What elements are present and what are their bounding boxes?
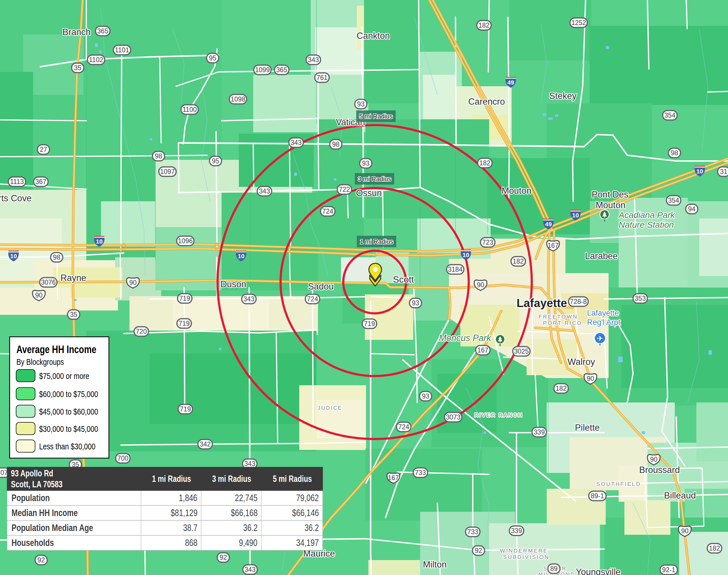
svg-text:354: 354 <box>664 111 676 119</box>
svg-text:342: 342 <box>200 440 211 448</box>
svg-text:728-8: 728-8 <box>570 298 587 305</box>
svg-text:182: 182 <box>479 159 490 167</box>
svg-text:Ossun: Ossun <box>356 188 382 198</box>
svg-text:10: 10 <box>96 238 102 245</box>
svg-text:365: 365 <box>276 66 287 74</box>
svg-text:724: 724 <box>322 208 334 215</box>
svg-text:1101: 1101 <box>115 46 129 54</box>
svg-text:90: 90 <box>681 527 689 535</box>
svg-text:3184: 3184 <box>448 266 463 273</box>
svg-text:Mouton: Mouton <box>502 186 531 196</box>
svg-text:353: 353 <box>635 295 646 302</box>
svg-text:182: 182 <box>478 22 489 29</box>
svg-text:733: 733 <box>467 528 478 536</box>
svg-text:31: 31 <box>720 168 727 175</box>
svg-text:Milton: Milton <box>423 560 447 570</box>
svg-text:FREETOWN: FREETOWN <box>539 314 578 320</box>
svg-text:Nature Station: Nature Station <box>619 220 674 229</box>
svg-text:182: 182 <box>513 258 524 265</box>
svg-text:343: 343 <box>244 460 255 468</box>
svg-text:- PORT RICO: - PORT RICO <box>538 320 582 326</box>
svg-text:719: 719 <box>364 320 375 328</box>
svg-text:Rayne: Rayne <box>60 273 86 283</box>
svg-text:Larabee: Larabee <box>585 251 618 261</box>
svg-text:10: 10 <box>10 253 17 259</box>
svg-text:1100: 1100 <box>183 106 196 113</box>
svg-text:1099: 1099 <box>255 66 270 74</box>
svg-text:90: 90 <box>650 456 658 463</box>
svg-text:719: 719 <box>179 320 190 327</box>
svg-text:Acadiana Park: Acadiana Park <box>618 210 675 219</box>
svg-text:343: 343 <box>291 139 302 146</box>
svg-text:182: 182 <box>556 385 567 392</box>
svg-text:354: 354 <box>668 197 679 204</box>
svg-text:49: 49 <box>545 221 551 228</box>
svg-text:3076: 3076 <box>41 279 56 286</box>
svg-text:93: 93 <box>412 299 419 307</box>
svg-text:733: 733 <box>415 469 426 476</box>
svg-text:Duson: Duson <box>220 279 246 289</box>
svg-text:1113: 1113 <box>10 178 24 185</box>
svg-text:Youngsville: Youngsville <box>576 567 621 575</box>
svg-text:89: 89 <box>550 565 558 572</box>
svg-text:700: 700 <box>117 454 128 462</box>
svg-text:Walroy: Walroy <box>567 357 595 367</box>
svg-text:5 mi Radius: 5 mi Radius <box>359 113 392 120</box>
svg-text:98: 98 <box>155 153 162 160</box>
svg-text:724: 724 <box>307 295 318 303</box>
svg-text:90: 90 <box>35 292 42 299</box>
svg-text:95: 95 <box>212 157 219 165</box>
svg-text:Sadou: Sadou <box>308 281 334 292</box>
svg-text:724: 724 <box>398 423 409 431</box>
svg-text:167: 167 <box>477 346 488 354</box>
svg-text:93: 93 <box>362 160 370 167</box>
svg-text:SOUTHFIELD: SOUTHFIELD <box>596 481 641 487</box>
svg-text:98: 98 <box>332 141 340 148</box>
svg-text:10: 10 <box>238 253 244 259</box>
svg-text:3073: 3073 <box>446 413 461 421</box>
svg-text:Pont Des: Pont Des <box>592 190 628 200</box>
svg-text:98: 98 <box>53 253 60 261</box>
svg-text:1097: 1097 <box>160 168 175 175</box>
svg-text:JUDICE: JUDICE <box>318 405 342 411</box>
svg-text:761: 761 <box>317 74 327 81</box>
svg-text:92: 92 <box>475 547 482 554</box>
svg-text:167: 167 <box>388 474 399 481</box>
svg-text:182: 182 <box>709 544 720 552</box>
svg-text:Roberts Cove: Roberts Cove <box>0 193 32 203</box>
svg-text:720: 720 <box>136 328 147 335</box>
svg-text:3 mi Radius: 3 mi Radius <box>358 175 391 182</box>
svg-text:Mouton: Mouton <box>596 200 625 210</box>
svg-text:343: 343 <box>244 295 254 303</box>
svg-text:1096: 1096 <box>178 237 192 245</box>
svg-text:93: 93 <box>422 393 429 400</box>
svg-text:Lafayette: Lafayette <box>516 297 567 309</box>
svg-text:Cankton: Cankton <box>356 31 390 41</box>
svg-text:3025: 3025 <box>514 347 529 355</box>
svg-text:10: 10 <box>463 251 469 258</box>
svg-text:365: 365 <box>97 27 108 35</box>
svg-text:Moncus Park: Moncus Park <box>439 333 492 343</box>
svg-text:35: 35 <box>70 311 77 318</box>
svg-text:Carencro: Carencro <box>468 97 505 107</box>
svg-text:1 mi Radius: 1 mi Radius <box>360 238 393 245</box>
svg-text:723: 723 <box>482 239 493 246</box>
svg-text:722: 722 <box>339 186 350 193</box>
svg-text:343: 343 <box>259 188 270 195</box>
svg-text:49: 49 <box>507 79 514 86</box>
svg-text:RIVER RANCH: RIVER RANCH <box>474 412 523 418</box>
svg-text:95: 95 <box>209 54 216 62</box>
svg-text:Lafayette: Lafayette <box>587 309 619 317</box>
svg-text:✈: ✈ <box>597 334 603 343</box>
svg-text:1098: 1098 <box>230 96 245 103</box>
svg-text:10: 10 <box>696 168 703 174</box>
svg-text:1102: 1102 <box>89 56 103 64</box>
svg-text:Broussard: Broussard <box>639 465 680 475</box>
svg-text:93: 93 <box>357 100 365 108</box>
svg-text:367: 367 <box>35 178 46 185</box>
svg-text:1252: 1252 <box>571 19 586 27</box>
svg-text:89-1: 89-1 <box>591 492 604 500</box>
svg-text:35: 35 <box>74 64 82 72</box>
svg-text:339: 339 <box>511 527 522 535</box>
svg-text:94: 94 <box>688 205 695 213</box>
